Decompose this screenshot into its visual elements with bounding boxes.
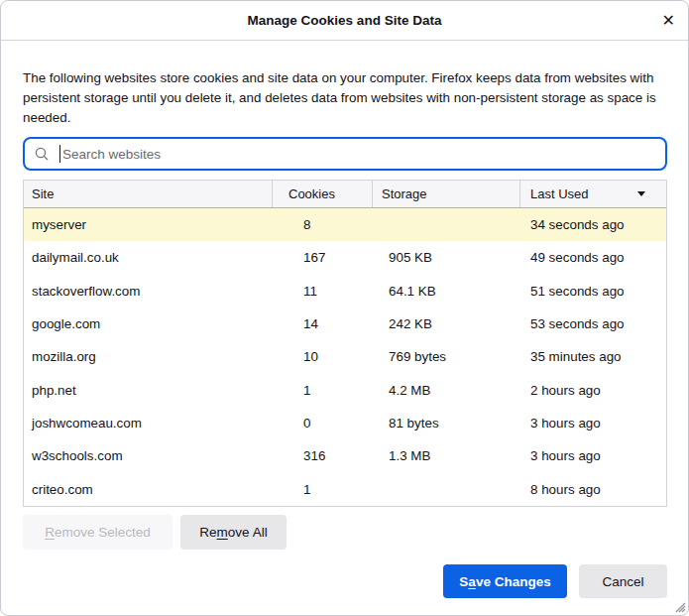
column-header-last-used-label: Last Used bbox=[530, 186, 589, 201]
cell-storage: 4.2 MB bbox=[372, 383, 519, 398]
cell-last-used: 53 seconds ago bbox=[519, 316, 666, 331]
cell-cookies: 316 bbox=[272, 448, 372, 463]
table-row[interactable]: joshwcomeau.com 0 81 bytes 3 hours ago bbox=[24, 407, 666, 439]
search-placeholder: Search websites bbox=[62, 147, 161, 162]
column-header-last-used[interactable]: Last Used bbox=[519, 181, 666, 207]
table-body: myserver 8 34 seconds ago dailymail.co.u… bbox=[24, 208, 666, 506]
table-header: Site Cookies Storage Last Used bbox=[24, 181, 666, 208]
remove-selected-button[interactable]: Remove Selected bbox=[23, 515, 172, 550]
cell-cookies: 11 bbox=[272, 284, 372, 299]
cell-last-used: 51 seconds ago bbox=[519, 284, 666, 299]
cell-cookies: 10 bbox=[272, 349, 372, 364]
table-row[interactable]: dailymail.co.uk 167 905 KB 49 seconds ag… bbox=[24, 241, 666, 274]
cell-storage: 81 bytes bbox=[372, 416, 519, 431]
manage-cookies-dialog: Manage Cookies and Site Data ✕ The follo… bbox=[0, 0, 689, 616]
cell-cookies: 1 bbox=[272, 482, 372, 497]
table-row[interactable]: myserver 8 34 seconds ago bbox=[24, 208, 666, 241]
cell-storage: 64.1 KB bbox=[372, 284, 519, 299]
cell-last-used: 49 seconds ago bbox=[519, 250, 666, 265]
cell-last-used: 35 minutes ago bbox=[519, 349, 666, 364]
cell-site: php.net bbox=[24, 383, 272, 398]
table-row[interactable]: w3schools.com 316 1.3 MB 3 hours ago bbox=[24, 439, 666, 472]
search-input[interactable]: Search websites bbox=[23, 137, 667, 171]
cell-site: google.com bbox=[24, 316, 272, 331]
cell-last-used: 3 hours ago bbox=[519, 448, 666, 463]
cell-site: mozilla.org bbox=[24, 349, 272, 364]
cell-last-used: 8 hours ago bbox=[519, 482, 666, 497]
table-row[interactable]: criteo.com 1 8 hours ago bbox=[24, 473, 666, 506]
search-icon bbox=[35, 147, 49, 161]
dialog-description: The following websites store cookies and… bbox=[23, 68, 669, 128]
cell-cookies: 1 bbox=[272, 383, 372, 398]
cell-storage: 1.3 MB bbox=[372, 448, 519, 463]
cell-last-used: 2 hours ago bbox=[519, 383, 666, 398]
column-header-storage[interactable]: Storage bbox=[372, 181, 519, 207]
cell-site: stackoverflow.com bbox=[24, 284, 272, 299]
cell-site: w3schools.com bbox=[24, 448, 272, 463]
text-caret bbox=[59, 145, 60, 163]
dialog-title: Manage Cookies and Site Data bbox=[248, 13, 442, 28]
cell-last-used: 34 seconds ago bbox=[519, 217, 666, 232]
cell-site: myserver bbox=[24, 217, 272, 232]
cell-storage: 905 KB bbox=[372, 250, 519, 265]
cell-cookies: 167 bbox=[272, 250, 372, 265]
column-header-cookies[interactable]: Cookies bbox=[272, 181, 372, 207]
dialog-titlebar: Manage Cookies and Site Data ✕ bbox=[1, 1, 688, 41]
column-header-site[interactable]: Site bbox=[24, 181, 272, 207]
cell-cookies: 8 bbox=[272, 217, 372, 232]
remove-all-button[interactable]: Remove All bbox=[180, 515, 287, 550]
cell-site: criteo.com bbox=[24, 482, 272, 497]
cell-storage: 769 bytes bbox=[372, 349, 519, 364]
save-changes-button[interactable]: Save Changes bbox=[443, 564, 567, 598]
cell-last-used: 3 hours ago bbox=[519, 416, 666, 431]
cell-storage: 242 KB bbox=[372, 316, 519, 331]
site-data-table: Site Cookies Storage Last Used myserver … bbox=[23, 180, 667, 507]
cell-cookies: 14 bbox=[272, 316, 372, 331]
table-row[interactable]: php.net 1 4.2 MB 2 hours ago bbox=[24, 374, 666, 407]
table-row[interactable]: mozilla.org 10 769 bytes 35 minutes ago bbox=[24, 340, 666, 373]
cell-site: dailymail.co.uk bbox=[24, 250, 272, 265]
close-icon[interactable]: ✕ bbox=[662, 13, 675, 29]
table-row[interactable]: stackoverflow.com 11 64.1 KB 51 seconds … bbox=[24, 275, 666, 308]
cancel-button[interactable]: Cancel bbox=[579, 564, 667, 598]
cell-site: joshwcomeau.com bbox=[24, 416, 272, 431]
table-row[interactable]: google.com 14 242 KB 53 seconds ago bbox=[24, 308, 666, 340]
cell-cookies: 0 bbox=[272, 416, 372, 431]
resize-grip-icon[interactable] bbox=[670, 597, 686, 613]
sort-descending-icon bbox=[637, 191, 645, 196]
